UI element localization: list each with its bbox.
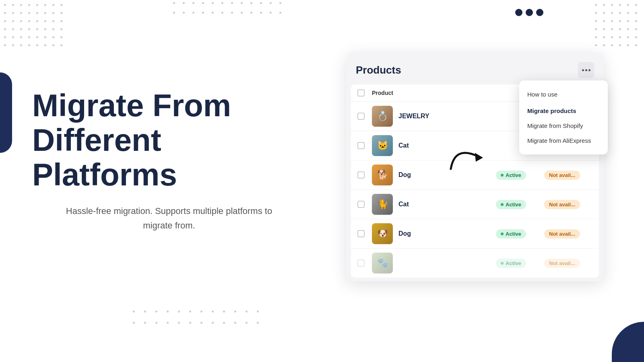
product-image-cat2: 🐈 (372, 194, 393, 215)
dropdown-menu: How to use Migrate products Migrate from… (519, 80, 608, 154)
active-badge-dot-cat2 (501, 203, 504, 206)
dot-menu-3 (588, 69, 590, 71)
not-avail-badge-dog2: Not avail... (544, 229, 580, 239)
last-placeholder: 🐾 (372, 253, 393, 274)
row-check-3 (357, 171, 372, 179)
not-avail-badge-last: Not avail... (544, 259, 580, 268)
status-cat2: Active (496, 200, 544, 209)
nav-dot-1 (515, 9, 522, 16)
bottom-right-arc-decoration (612, 322, 644, 362)
not-avail-badge-cat2: Not avail... (544, 200, 580, 209)
row-check-6 (357, 259, 372, 267)
more-options-button[interactable] (578, 62, 594, 78)
product-name-jewelry: JEWELRY (398, 113, 496, 120)
row-checkbox-5[interactable] (357, 230, 365, 237)
dots-decoration-top-right (595, 4, 640, 49)
active-badge-last: Active (496, 259, 526, 268)
header-product-col: Product (372, 90, 496, 96)
cat2-placeholder: 🐈 (372, 194, 393, 215)
hero-subtitle: Hassle-free migration. Supports multiple… (64, 204, 274, 232)
dropdown-item-migrate-products[interactable]: Migrate products (519, 103, 608, 118)
row-check-1 (357, 113, 372, 120)
table-row: 🐈 Cat Active Not avail... (351, 190, 599, 219)
table-row: 🐶 Dog Active Not avail... (351, 219, 599, 249)
product-image-dog2: 🐶 (372, 223, 393, 244)
product-image-last: 🐾 (372, 253, 393, 274)
row-checkbox-6[interactable] (357, 259, 365, 267)
cat-placeholder: 🐱 (372, 135, 393, 156)
hero-title: Migrate From Different Platforms (32, 88, 306, 192)
dog-placeholder: 🐕 (372, 165, 393, 185)
not-avail-badge: Not avail... (544, 171, 580, 180)
products-header: Products (346, 52, 604, 84)
row-checkbox-1[interactable] (357, 113, 365, 120)
active-badge-dog2: Active (496, 229, 526, 239)
svg-marker-0 (475, 153, 483, 162)
avail-dog: Not avail... (544, 171, 592, 180)
row-check-4 (357, 201, 372, 208)
product-image-cat: 🐱 (372, 135, 393, 156)
dropdown-item-how-to-use[interactable]: How to use (519, 87, 608, 102)
active-badge: Active (496, 171, 526, 180)
active-badge-dot-last (501, 262, 504, 265)
dots-decoration-bottom-center (133, 311, 265, 330)
row-checkbox-4[interactable] (357, 201, 365, 208)
active-badge-cat2: Active (496, 200, 526, 209)
dropdown-item-migrate-shopify[interactable]: Migrate from Shopify (519, 118, 608, 133)
nav-dots (515, 9, 543, 16)
avail-cat2: Not avail... (544, 200, 592, 209)
products-title: Products (356, 64, 401, 76)
status-dog2: Active (496, 229, 544, 239)
dots-decoration-top-center (173, 2, 286, 18)
avail-dog2: Not avail... (544, 229, 592, 239)
status-dog: Active (496, 171, 544, 180)
status-last: Active (496, 259, 544, 268)
row-checkbox-2[interactable] (357, 142, 365, 149)
product-name-cat2: Cat (398, 201, 496, 208)
product-image-dog: 🐕 (372, 165, 393, 185)
product-image-jewelry: 💍 (372, 106, 393, 127)
avail-last: Not avail... (544, 259, 592, 268)
header-check-col (357, 89, 372, 97)
arrow-decoration (443, 133, 491, 183)
nav-dot-2 (526, 9, 533, 16)
row-checkbox-3[interactable] (357, 171, 365, 179)
nav-dot-3 (536, 9, 543, 16)
dots-decoration-top-left (4, 4, 65, 49)
jewelry-placeholder: 💍 (372, 106, 393, 127)
active-badge-dot-dog2 (501, 232, 504, 235)
select-all-checkbox[interactable] (357, 89, 365, 97)
row-check-5 (357, 230, 372, 237)
dot-menu-1 (582, 69, 584, 71)
product-name-dog2: Dog (398, 230, 496, 237)
active-badge-dot (501, 174, 504, 177)
dog2-placeholder: 🐶 (372, 223, 393, 244)
row-check-2 (357, 142, 372, 149)
table-row: 🐾 Active Not avail... (351, 249, 599, 278)
left-arc-decoration (0, 72, 12, 153)
dropdown-item-migrate-aliexpress[interactable]: Migrate from AliExpress (519, 133, 608, 148)
dot-menu-2 (585, 69, 587, 71)
hero-section: Migrate From Different Platforms Hassle-… (32, 88, 306, 232)
